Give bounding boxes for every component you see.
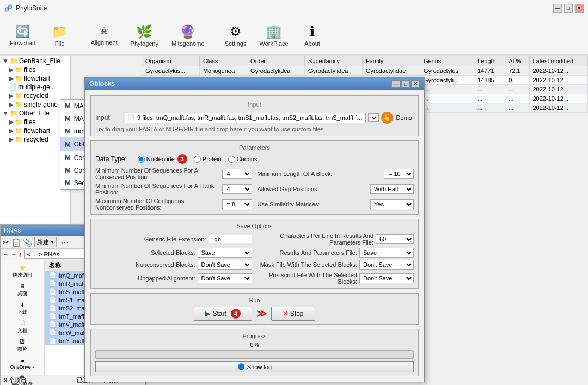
log-icon: 🔵 (237, 363, 245, 370)
viewer-icon: M (65, 179, 71, 187)
ungapped-select[interactable]: Don't SaveSave (198, 273, 252, 283)
min-length-select[interactable]: = 10= 5 (384, 169, 414, 179)
close-button[interactable]: ✕ (575, 4, 584, 13)
expand-icon: ▶ (9, 92, 14, 100)
table-row[interactable]: Gyrodactylus...MonogeneaGyrodactylideaGy… (142, 66, 588, 76)
cell-length: ... (474, 103, 505, 113)
toolbar-workplace[interactable]: 🏢 WorkPlace (254, 22, 294, 49)
toolbar-alignment[interactable]: ⚛ Alignment (85, 23, 123, 48)
qa-label: 快速访问 (13, 272, 32, 279)
workplace-icon: 🏢 (266, 24, 282, 39)
allowed-gap-label: Allowed Gap Positions: (258, 186, 369, 192)
gblocks-maximize[interactable]: □ (401, 80, 410, 88)
generic-ext-input[interactable] (209, 235, 252, 243)
qa-label: 下载 (17, 309, 27, 316)
min-conserved-select[interactable]: 456 (222, 169, 252, 179)
qa-onedrive[interactable]: ☁ OneDrive - (1, 355, 44, 372)
gblocks-icon: M (65, 140, 71, 149)
more-btn[interactable]: ⋯ (61, 238, 69, 247)
mitogenome-label: Mitogenome (171, 40, 205, 47)
radio-nucleotide[interactable]: Nucleotide 3 (138, 154, 187, 164)
progress-percent: 0% (95, 341, 414, 348)
paste-btn[interactable]: 📎 (23, 238, 32, 247)
qa-label: 桌面 (17, 290, 27, 297)
selected-blocks-select[interactable]: SaveDon't Save (198, 248, 252, 258)
toolbar-settings[interactable]: ⚙ Settings (219, 22, 252, 49)
selected-blocks-row: Selected Blocks: SaveDon't Save (95, 248, 252, 258)
cell-modified: 2022-10-12 ... (529, 66, 588, 76)
nucleotide-radio[interactable] (138, 156, 145, 163)
gblocks-close[interactable]: ✕ (411, 80, 420, 88)
run-section: Run ▶ Start 4 ≫ ✕ Stop (90, 293, 419, 325)
stop-label: Stop (290, 310, 304, 317)
main-toolbar: 🔄 Flowchart 📁 File ⚛ Alignment 🌿 Phyloge… (0, 16, 588, 56)
nav-back[interactable]: ← (3, 251, 9, 258)
mask-file-label: Mask File With The Selected Blocks: (258, 261, 358, 268)
nonconserved-select[interactable]: Don't SaveSave (198, 260, 252, 270)
qa-quick[interactable]: ⭐ 快速访问 (1, 262, 44, 281)
chars-per-line-select[interactable]: 6080 (376, 234, 414, 244)
toolbar-mitogenome[interactable]: 🔮 Mitogenome (166, 22, 210, 49)
tree-label: single-gene (24, 101, 58, 108)
qa-download[interactable]: ⬇ 下载 (1, 300, 44, 318)
minimize-button[interactable]: — (553, 4, 562, 13)
tree-genbank-file[interactable]: ▼ 📁 GenBank_File (0, 57, 70, 65)
radio-codons[interactable]: Codons (228, 156, 258, 163)
step-badge-4: 4 (231, 309, 241, 319)
allowed-gap-select[interactable]: With HalfNoneAll (370, 184, 414, 194)
input-file-select[interactable]: ▼ (368, 113, 379, 122)
similarity-select[interactable]: YesNo (370, 199, 414, 209)
toolbar-flowchart[interactable]: 🔄 Flowchart (4, 22, 41, 48)
window-controls[interactable]: — □ ✕ (553, 4, 584, 13)
radio-protein[interactable]: Protein (194, 156, 222, 163)
demo-label: Demo: (396, 114, 414, 121)
demo-button[interactable]: 👆 (381, 112, 393, 124)
folder-icon: 📁 (15, 136, 23, 143)
tree-files[interactable]: ▶ 📁 files (0, 65, 70, 74)
cut-btn[interactable]: ✂ (3, 238, 9, 247)
start-button[interactable]: ▶ Start 4 (194, 307, 252, 321)
qa-label: 图片 (17, 346, 27, 353)
new-btn[interactable]: 新建 ▾ (34, 237, 57, 247)
maximize-button[interactable]: □ (564, 4, 573, 13)
toolbar-phylogeny[interactable]: 🌿 Phylogeny (125, 22, 164, 49)
qa-docs[interactable]: 📄 文档 (1, 318, 44, 337)
expand-icon: ▶ (9, 118, 14, 126)
file-icon: 📄 (49, 296, 57, 303)
toolbar-separator2 (215, 22, 215, 49)
allowed-gap-row: Allowed Gap Positions: With HalfNoneAll (258, 182, 414, 195)
tree-label: files (24, 66, 35, 74)
show-log-button[interactable]: 🔵 Show log (95, 361, 414, 372)
file-label: File (55, 40, 65, 47)
gblocks-minimize[interactable]: — (391, 80, 400, 88)
cell-modified: 2022-10-12 ... (529, 85, 588, 94)
file-icon: 📄 (49, 280, 57, 287)
file-input-box[interactable]: 📄 9 files: trnQ_mafft.fas, trnR_mafft.fa… (125, 113, 366, 123)
copy-btn[interactable]: 📋 (11, 238, 21, 247)
max-nonconserved-select[interactable]: = 8= 4 (222, 199, 252, 209)
qa-label: OneDrive - (10, 364, 34, 370)
tree-multiple-ge[interactable]: 📄 multiple-ge... (0, 83, 70, 91)
toolbar-file[interactable]: 📁 File (44, 22, 76, 49)
mask-file-select[interactable]: Don't SaveSave (359, 260, 414, 270)
postscript-select[interactable]: Don't SaveSave (359, 273, 414, 283)
qa-desktop[interactable]: 🖥 桌面 (1, 281, 44, 300)
stop-button[interactable]: ✕ Stop (271, 307, 315, 321)
codons-radio[interactable] (228, 156, 235, 163)
min-flank-select[interactable]: 45 (222, 184, 252, 194)
results-params-select[interactable]: SaveDon't Save (359, 248, 414, 258)
trimal-icon: M (65, 127, 71, 135)
col-family: Family (362, 56, 420, 66)
nav-up[interactable]: ↑ (19, 251, 22, 258)
ungapped-row: Ungapped Alignment: Don't SaveSave (95, 272, 252, 285)
max-nonconserved-row: Maximum Number Of Contiguous Nonconserve… (95, 198, 252, 211)
folder-icon: 📁 (15, 75, 23, 82)
qa-pics[interactable]: 🖼 图片 (1, 337, 44, 355)
gblocks-dialog[interactable]: Gblocks — □ ✕ Input Input: 📄 9 files (84, 77, 425, 382)
download-icon: ⬇ (20, 302, 24, 308)
tree-flowchart[interactable]: ▶ 📁 flowchart (0, 74, 70, 83)
nav-forward[interactable]: → (11, 251, 17, 258)
protein-radio[interactable] (194, 156, 201, 163)
title-bar: 🧬 PhyloSuite — □ ✕ (0, 0, 588, 16)
toolbar-about[interactable]: ℹ About (296, 22, 329, 49)
